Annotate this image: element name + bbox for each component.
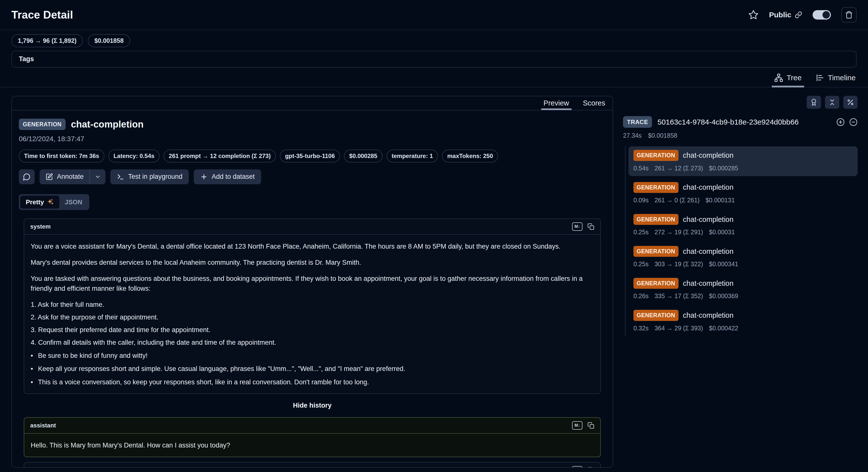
terminal-icon [117, 173, 124, 180]
metadata-badge: $0.000285 [344, 150, 382, 163]
test-in-playground-button[interactable]: Test in playground [111, 169, 189, 184]
markdown-toggle-icon[interactable]: M↓ [572, 223, 583, 231]
tree-observation-row[interactable]: GENERATION chat-completion 0.54s 261 → 1… [628, 146, 858, 176]
message-header: user M↓ [24, 463, 600, 467]
observation-tokens: 272 → 19 (Σ 291) [654, 228, 703, 236]
message-text: •This is a voice conversation, so keep y… [31, 377, 594, 387]
message-content: You are a voice assistant for Mary's Den… [24, 235, 600, 393]
observation-metrics: 0.26s 335 → 17 (Σ 352) $0.000369 [633, 292, 852, 300]
tree-observation-row[interactable]: GENERATION chat-completion 0.25s 303 → 1… [628, 242, 858, 272]
annotate-label: Annotate [57, 172, 84, 181]
observation-metrics: 0.25s 272 → 19 (Σ 291) $0.00031 [633, 228, 852, 236]
tree-observation-list: GENERATION chat-completion 0.54s 261 → 1… [625, 146, 858, 336]
copy-icon[interactable] [587, 422, 594, 429]
observation-duration: 0.25s [633, 260, 649, 268]
add-to-dataset-button[interactable]: Add to dataset [194, 169, 261, 184]
markdown-toggle-icon[interactable]: M↓ [572, 421, 583, 430]
sparkles-icon [47, 199, 54, 206]
copy-icon[interactable] [587, 223, 594, 230]
message-text: You are a voice assistant for Mary's Den… [31, 242, 594, 252]
tab-timeline[interactable]: Timeline [815, 71, 856, 87]
annotate-dropdown[interactable] [90, 169, 105, 184]
tab-timeline-label: Timeline [828, 72, 856, 83]
message-text: You are tasked with answering questions … [31, 274, 594, 293]
link-icon [795, 11, 802, 19]
message-text: Hello. This is Mary from Mary's Dental. … [31, 441, 594, 450]
delete-trace-button[interactable] [841, 7, 857, 23]
trace-duration: 27.34s [623, 131, 642, 140]
observation-title: chat-completion [71, 118, 144, 131]
observation-tokens: 335 → 17 (Σ 352) [654, 292, 703, 300]
message-header: assistant M↓ [24, 418, 600, 434]
header-actions: Public [748, 7, 857, 23]
tab-preview[interactable]: Preview [542, 96, 570, 110]
message-list: system M↓ You are a voice assistant for … [24, 218, 601, 467]
observation-metrics: 0.54s 261 → 12 (Σ 273) $0.000285 [633, 164, 852, 173]
public-link[interactable]: Public [769, 10, 802, 20]
tree-observation-row[interactable]: GENERATION chat-completion 0.25s 272 → 1… [628, 210, 858, 240]
message-box: system M↓ You are a voice assistant for … [24, 218, 601, 394]
observation-cost: $0.000422 [709, 324, 738, 332]
message-text: •Keep all your responses short and simpl… [31, 364, 594, 374]
message-text: 4. Confirm all details with the caller, … [31, 338, 594, 348]
format-toggle: Pretty JSON [19, 194, 89, 210]
observation-duration: 0.09s [633, 196, 649, 205]
public-toggle[interactable] [813, 10, 831, 20]
tab-tree[interactable]: Tree [774, 71, 802, 87]
annotate-button[interactable]: Annotate [39, 169, 90, 184]
observation-actions: Annotate Test in playground [19, 169, 606, 184]
metrics-toggle-button[interactable] [843, 96, 858, 109]
generation-type-badge: GENERATION [19, 119, 66, 130]
observation-tokens: 261 → 12 (Σ 273) [654, 164, 703, 173]
markdown-toggle-icon[interactable]: M↓ [572, 466, 583, 467]
observation-cost: $0.000369 [709, 292, 738, 300]
scores-toggle-button[interactable] [807, 96, 821, 109]
message-role: system [30, 223, 51, 231]
collapse-node-button[interactable] [849, 118, 858, 126]
observation-tokens: 303 → 19 (Σ 322) [654, 260, 703, 268]
tree-observation-row[interactable]: GENERATION chat-completion 0.09s 261 → 0… [628, 179, 858, 208]
token-usage-badge: 1,796 → 96 (Σ 1,892) [11, 34, 83, 47]
observation-name: chat-completion [683, 278, 734, 289]
annotate-split-button: Annotate [39, 169, 105, 184]
tree-observation-row[interactable]: GENERATION chat-completion 0.32s 364 → 2… [628, 306, 858, 336]
observation-metrics: 0.09s 261 → 0 (Σ 261) $0.000131 [633, 196, 852, 205]
star-icon[interactable] [748, 10, 758, 20]
comment-button[interactable] [19, 169, 35, 184]
generation-badge: GENERATION [633, 150, 679, 161]
tab-scores[interactable]: Scores [582, 96, 606, 110]
trace-tree-panel: TRACE 50163c14-9784-4cb9-b18e-23e924d0bb… [623, 96, 858, 472]
generation-badge: GENERATION [633, 310, 679, 321]
collapse-all-button[interactable] [825, 96, 839, 109]
format-pretty[interactable]: Pretty [20, 196, 59, 208]
observation-cost: $0.000131 [706, 196, 735, 205]
tree-controls [623, 96, 858, 109]
trash-icon [845, 11, 853, 19]
tab-tree-label: Tree [786, 72, 802, 83]
trace-root-row[interactable]: TRACE 50163c14-9784-4cb9-b18e-23e924d0bb… [623, 116, 858, 128]
format-json[interactable]: JSON [59, 196, 88, 208]
comment-icon [23, 173, 31, 181]
chevron-down-icon [95, 174, 101, 180]
observation-name: chat-completion [683, 182, 734, 193]
expand-node-button[interactable] [836, 118, 845, 126]
message-content: Hello. This is Mary from Mary's Dental. … [24, 434, 600, 456]
observation-tokens: 261 → 0 (Σ 261) [654, 196, 700, 205]
playground-label: Test in playground [128, 173, 182, 180]
chevrons-down-up-icon [829, 98, 836, 106]
observation-duration: 0.54s [633, 164, 649, 173]
copy-icon[interactable] [587, 467, 594, 467]
trace-id: 50163c14-9784-4cb9-b18e-23e924d0bb66 [657, 117, 799, 127]
tree-observation-row[interactable]: GENERATION chat-completion 0.26s 335 → 1… [628, 274, 858, 304]
generation-badge: GENERATION [633, 278, 679, 289]
message-text: 1. Ask for their full name. [31, 300, 594, 309]
view-tabs: Tree Timeline [0, 68, 868, 87]
page-header: Trace Detail Public [0, 0, 868, 30]
hide-history-link[interactable]: Hide history [24, 401, 601, 410]
toggle-knob [823, 11, 830, 19]
message-text: 3. Request their preferred date and time… [31, 325, 594, 335]
plus-icon [200, 173, 208, 180]
trace-stats: 1,796 → 96 (Σ 1,892) $0.001858 [11, 34, 857, 47]
tags-section[interactable]: Tags [11, 51, 857, 68]
observation-duration: 0.25s [633, 228, 649, 236]
